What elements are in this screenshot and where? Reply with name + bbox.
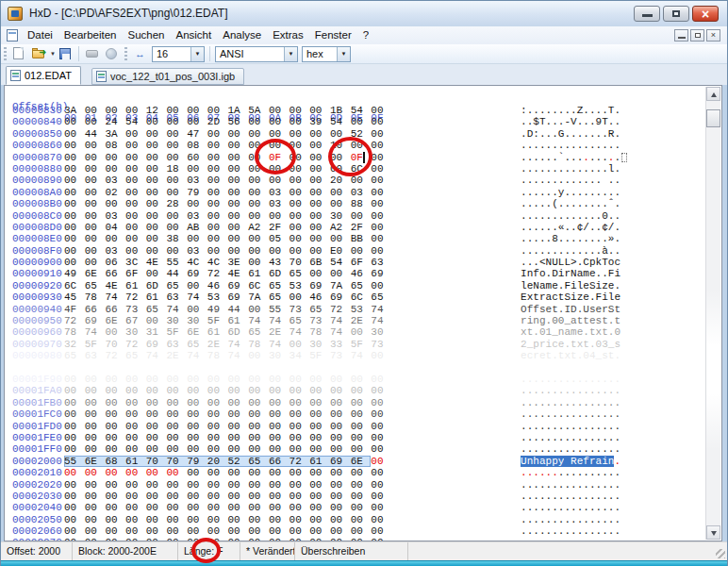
ascii-char[interactable]: R	[608, 128, 615, 140]
ascii-char[interactable]: s	[589, 304, 596, 315]
ascii-char[interactable]: .	[583, 374, 589, 385]
ascii-char[interactable]: s	[596, 315, 603, 326]
ascii-char[interactable]: .	[527, 408, 534, 420]
hex-byte[interactable]: 39	[309, 116, 330, 127]
hex-byte[interactable]: 00	[228, 385, 249, 396]
ascii-char[interactable]: .	[521, 210, 527, 222]
hex-byte[interactable]: 00	[207, 175, 228, 186]
hex-byte[interactable]: 00	[64, 408, 85, 420]
ascii-char[interactable]: .	[571, 432, 577, 443]
hex-row[interactable]: 00001FD000000000000000000000000000000000…	[5, 421, 705, 432]
ascii-char[interactable]: .	[596, 163, 603, 175]
hex-byte[interactable]: 00	[187, 421, 207, 432]
hex-byte[interactable]: 00	[187, 374, 207, 385]
hex-byte[interactable]: 00	[371, 233, 391, 244]
hex-byte[interactable]: 00	[371, 187, 391, 198]
hex-row[interactable]: 00002000556E6861707079205265667261696E00…	[5, 456, 705, 467]
hex-byte[interactable]: 00	[248, 421, 269, 432]
hex-byte[interactable]: 49	[64, 268, 85, 279]
hex-byte[interactable]: 00	[269, 374, 290, 385]
ascii-char[interactable]: .	[539, 175, 546, 186]
ascii-char[interactable]: .	[577, 443, 584, 455]
ascii-char[interactable]: .	[596, 408, 603, 420]
ascii-char[interactable]: .	[583, 198, 589, 209]
ascii-char[interactable]: .	[564, 408, 571, 420]
ascii-char[interactable]: .	[583, 175, 589, 186]
hex-byte[interactable]: 00	[207, 385, 228, 396]
minimize-button[interactable]	[634, 6, 660, 22]
hex-byte[interactable]: 00	[351, 502, 372, 513]
menu-item-[interactable]: ?	[357, 26, 374, 44]
ascii-char[interactable]: V	[571, 116, 577, 127]
hex-byte[interactable]: 00	[64, 233, 85, 244]
hex-byte[interactable]: 00	[125, 152, 146, 163]
hex-row[interactable]: 0000098065637265742E7478740030345F737400…	[5, 350, 705, 361]
hex-byte[interactable]: 00	[290, 116, 310, 127]
ascii-char[interactable]: -	[564, 116, 571, 127]
hex-byte[interactable]: 00	[248, 175, 269, 186]
open-file-button[interactable]: ➜	[31, 46, 47, 61]
hex-byte[interactable]: 00	[371, 105, 391, 116]
hex-byte[interactable]: 00	[330, 525, 351, 537]
ascii-char[interactable]: .	[596, 432, 603, 443]
hex-byte[interactable]: 00	[146, 245, 167, 257]
hex-byte[interactable]: 70	[146, 456, 167, 467]
hex-byte[interactable]: 00	[269, 514, 290, 525]
hex-byte[interactable]: 00	[64, 385, 85, 396]
ascii-char[interactable]: .	[564, 491, 571, 502]
ascii-char[interactable]: p	[589, 257, 596, 268]
ascii-char[interactable]: .	[614, 491, 620, 502]
hex-byte[interactable]: 00	[85, 105, 106, 116]
hex-byte[interactable]: 00	[125, 385, 146, 396]
ascii-char[interactable]: .	[571, 479, 577, 491]
hex-byte[interactable]: 03	[105, 175, 125, 186]
hex-byte[interactable]: 00	[146, 467, 167, 478]
hex-byte[interactable]: 69	[228, 280, 249, 291]
hex-byte[interactable]: 00	[290, 198, 310, 209]
ascii-char[interactable]: f	[533, 304, 539, 315]
hex-byte[interactable]: 61	[207, 326, 228, 338]
hex-byte[interactable]: 03	[105, 210, 125, 222]
ascii-char[interactable]: .	[558, 467, 565, 478]
ascii-char[interactable]: .	[546, 140, 553, 151]
ascii-char[interactable]: .	[552, 175, 558, 186]
ascii-char[interactable]	[564, 456, 571, 467]
ascii-char[interactable]: .	[558, 210, 565, 222]
hex-byte[interactable]: 20	[207, 456, 228, 467]
hex-byte[interactable]: 00	[85, 257, 106, 268]
hex-byte[interactable]: 00	[85, 198, 106, 209]
hex-byte[interactable]: 00	[269, 175, 290, 186]
ascii-char[interactable]: .	[596, 514, 603, 525]
ascii-char[interactable]: .	[521, 187, 527, 198]
hex-byte[interactable]: 00	[351, 175, 372, 186]
hex-byte[interactable]: 00	[351, 385, 372, 396]
ascii-char[interactable]: .	[571, 175, 577, 186]
hex-byte[interactable]: 00	[351, 245, 372, 257]
ascii-char[interactable]: à	[602, 245, 608, 257]
ascii-char[interactable]: .	[527, 175, 534, 186]
hex-byte[interactable]: 00	[146, 198, 167, 209]
hex-byte[interactable]: 78	[207, 350, 228, 361]
hex-byte[interactable]: 00	[330, 397, 351, 408]
ascii-char[interactable]: .	[533, 408, 539, 420]
hex-row[interactable]: 00001FF000000000000000000000000000000000…	[5, 443, 705, 455]
hex-byte[interactable]: 00	[290, 408, 310, 420]
hex-byte[interactable]: 00	[64, 210, 85, 222]
ascii-char[interactable]: .	[571, 514, 577, 525]
ascii-char[interactable]: a	[539, 456, 546, 467]
hex-row[interactable]: 0000206000000000000000000000000000000000…	[5, 525, 705, 537]
hex-row[interactable]: 0000204000000000000000000000000000000000…	[5, 502, 705, 513]
ascii-char[interactable]: .	[552, 514, 558, 525]
ascii-char[interactable]: .	[546, 198, 553, 209]
ascii-char[interactable]: e	[558, 339, 565, 350]
hex-byte[interactable]: 74	[290, 326, 310, 338]
hex-byte[interactable]: 73	[125, 304, 146, 315]
hex-byte[interactable]: 00	[146, 187, 167, 198]
ascii-char[interactable]: .	[577, 152, 584, 163]
hex-byte[interactable]: 00	[85, 397, 106, 408]
ascii-char[interactable]: .	[558, 514, 565, 525]
ascii-char[interactable]: .	[546, 210, 553, 222]
hex-byte[interactable]: 00	[166, 152, 187, 163]
ascii-char[interactable]: .	[596, 187, 603, 198]
hex-byte[interactable]: 00	[269, 245, 290, 257]
